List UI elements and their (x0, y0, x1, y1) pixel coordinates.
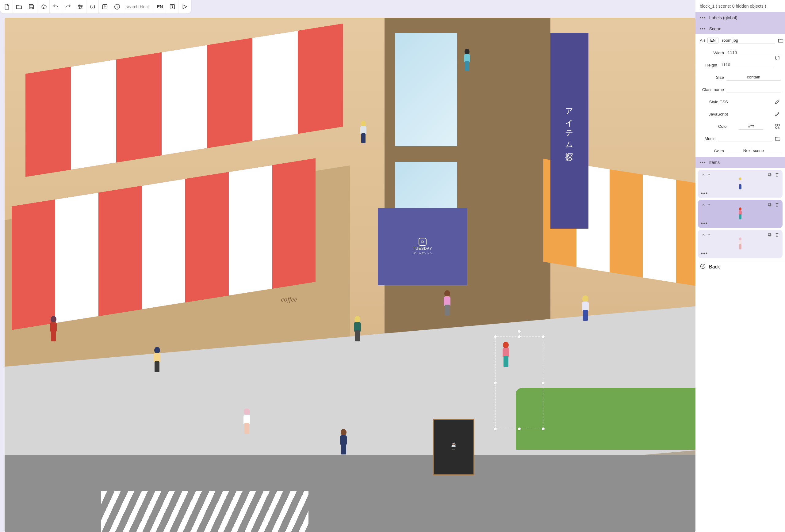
classname-label: Class name (700, 87, 724, 92)
color-label: Color (700, 124, 728, 129)
edit-stylecss-button[interactable] (774, 98, 781, 105)
delete-button[interactable] (775, 172, 780, 178)
new-file-button[interactable] (1, 0, 13, 14)
labels-section-label: Labels (global) (709, 15, 737, 20)
svg-rect-12 (768, 203, 770, 205)
art-language-pill[interactable]: EN (707, 37, 718, 44)
item-card[interactable]: ••• (698, 200, 783, 228)
redo-button[interactable] (62, 0, 74, 14)
inspector-panel: block_1 ( scene: 0 hidden objects ) ••• … (695, 0, 785, 532)
duplicate-button[interactable] (767, 202, 772, 208)
svg-rect-7 (778, 124, 780, 126)
character[interactable] (46, 316, 61, 344)
music-label: Music (700, 136, 715, 141)
more-icon[interactable]: ••• (700, 26, 706, 31)
character[interactable] (440, 290, 454, 318)
color-input[interactable] (739, 123, 763, 130)
export-button[interactable] (99, 0, 111, 14)
confirm-button[interactable] (700, 263, 706, 271)
move-down-button[interactable] (707, 232, 711, 238)
size-input[interactable] (727, 74, 781, 81)
item-more-button[interactable]: ••• (701, 221, 708, 226)
move-down-button[interactable] (707, 202, 711, 208)
language-selector[interactable]: EN (154, 0, 166, 14)
svg-point-15 (701, 264, 705, 269)
javascript-label: JavaScript (700, 112, 728, 116)
back-button[interactable]: Back (709, 264, 720, 270)
music-input[interactable] (718, 135, 772, 142)
height-input[interactable] (720, 61, 774, 68)
height-label: Height (700, 63, 717, 68)
code-button[interactable] (86, 0, 99, 14)
save-button[interactable] (25, 0, 37, 14)
panel-title: block_1 ( scene: 0 hidden objects ) (695, 0, 785, 12)
open-folder-button[interactable] (13, 0, 25, 14)
move-down-button[interactable] (707, 172, 711, 178)
art-input[interactable] (721, 37, 775, 44)
items-section-header[interactable]: ••• Items (695, 157, 785, 168)
labels-section-header[interactable]: ••• Labels (global) (695, 12, 785, 23)
svg-rect-14 (768, 233, 770, 235)
items-section-label: Items (709, 160, 720, 165)
size-label: Size (700, 75, 724, 80)
delete-button[interactable] (775, 202, 780, 208)
width-input[interactable] (727, 49, 781, 56)
svg-point-8 (776, 127, 777, 128)
move-up-button[interactable] (701, 232, 706, 238)
delete-button[interactable] (775, 232, 780, 238)
stylecss-label: Style CSS (700, 100, 728, 104)
item-card[interactable]: ••• (698, 170, 783, 198)
sandwich-board: ☕← (433, 419, 474, 476)
svg-rect-13 (769, 234, 771, 236)
svg-rect-11 (769, 204, 771, 206)
item-thumbnail (737, 238, 743, 250)
goto-label: Go to (700, 149, 724, 153)
character[interactable] (578, 295, 593, 323)
scene-properties: Art EN Width Height Size (695, 34, 785, 157)
item-more-button[interactable]: ••• (701, 251, 708, 256)
svg-rect-10 (768, 173, 770, 175)
browse-art-button[interactable] (778, 37, 784, 44)
play-button[interactable] (178, 0, 191, 14)
classname-input[interactable] (727, 86, 781, 93)
color-picker-button[interactable] (774, 123, 781, 130)
character[interactable] (357, 121, 370, 145)
bottom-bar: Back (695, 260, 785, 274)
svg-rect-9 (769, 174, 771, 176)
browse-music-button[interactable] (775, 135, 781, 142)
info-button[interactable] (111, 0, 123, 14)
goto-input[interactable] (727, 148, 781, 154)
undo-button[interactable] (50, 0, 62, 14)
settings-button[interactable] (74, 0, 86, 14)
art-label: Art (700, 38, 705, 43)
canvas-area: アイテム探し D TUESDAY ゲームエンジン coffee (0, 0, 695, 532)
brand-sign: D TUESDAY ゲームエンジン (378, 208, 467, 285)
item-thumbnail (737, 208, 743, 220)
more-icon[interactable]: ••• (700, 15, 706, 20)
edit-javascript-button[interactable] (774, 111, 781, 117)
character-selected[interactable] (499, 342, 513, 369)
image-mode-button[interactable] (166, 0, 178, 14)
item-more-button[interactable]: ••• (701, 191, 708, 196)
width-label: Width (700, 51, 724, 55)
svg-rect-6 (775, 124, 777, 126)
toolbar: EN (0, 0, 191, 14)
search-input[interactable] (123, 0, 154, 14)
cloud-button[interactable] (37, 0, 50, 14)
duplicate-button[interactable] (767, 232, 772, 238)
move-up-button[interactable] (701, 202, 706, 208)
link-dimensions-icon[interactable] (774, 55, 781, 61)
items-list: ••• ••• (695, 168, 785, 260)
scene-canvas[interactable]: アイテム探し D TUESDAY ゲームエンジン coffee (5, 18, 695, 532)
character[interactable] (350, 316, 365, 344)
more-icon[interactable]: ••• (700, 160, 706, 165)
scene-section-header[interactable]: ••• Scene (695, 23, 785, 34)
duplicate-button[interactable] (767, 172, 772, 178)
character[interactable] (336, 429, 351, 457)
character[interactable] (239, 408, 254, 436)
coffee-sign: coffee (281, 295, 297, 303)
character[interactable] (461, 49, 474, 73)
item-card[interactable]: ••• (698, 230, 783, 258)
character[interactable] (150, 347, 164, 374)
move-up-button[interactable] (701, 172, 706, 178)
